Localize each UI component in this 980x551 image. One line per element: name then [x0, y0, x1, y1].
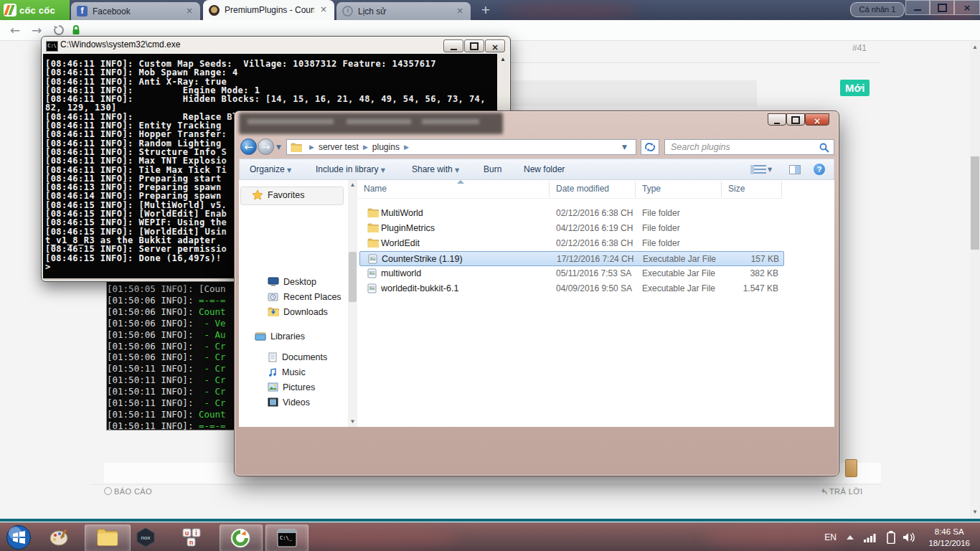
column-header-date[interactable]: Date modified [556, 184, 609, 194]
file-row-counterstrike-selected[interactable]: CounterStrike (1.19)17/12/2016 7:24 CHEx… [359, 251, 784, 266]
tab-close-icon[interactable]: × [455, 6, 465, 17]
tray-time: 8:46 SA [928, 526, 970, 537]
sidebar-item-homegroup[interactable]: Homegroup [255, 425, 316, 427]
explorer-close-button[interactable]: × [805, 113, 829, 126]
jar-file-icon [368, 254, 377, 264]
language-indicator[interactable]: EN [824, 532, 837, 542]
wallpaper-smudge [502, 3, 639, 19]
libraries-icon [255, 331, 266, 341]
taskbar-paint-icon[interactable] [49, 527, 70, 550]
report-link[interactable]: BÁO CÁO [104, 487, 152, 496]
breadcrumb-bar[interactable]: ▶ server test ▶ plugins ▶ [286, 139, 636, 155]
facebook-favicon: f [77, 6, 88, 17]
sidebar-item-desktop[interactable]: Desktop [268, 274, 316, 289]
cmd-icon: C:\ [46, 41, 58, 52]
post-number[interactable]: #41 [852, 43, 867, 53]
sidebar-item-downloads[interactable]: Downloads [268, 304, 328, 319]
scroll-down-icon[interactable]: ▼ [348, 418, 357, 425]
organize-button[interactable]: Organize ▼ [250, 164, 291, 174]
search-placeholder: Search plugins [671, 142, 730, 152]
explorer-maximize-button[interactable] [786, 113, 805, 126]
taskbar-cmd-button[interactable]: C:\_ [265, 524, 308, 551]
file-row-multiworld-folder[interactable]: MultiWorld02/12/2016 6:38 CHFile folder [359, 206, 784, 221]
address-dropdown-icon[interactable]: ▼ [622, 143, 627, 151]
network-icon[interactable] [864, 532, 877, 542]
sidebar-item-documents[interactable]: Documents [268, 349, 327, 364]
pictures-icon [268, 382, 278, 392]
brand-label: cốc cốc [19, 5, 55, 16]
tab-close-icon[interactable]: × [184, 6, 194, 17]
reply-link[interactable]: TRẢ LỜI [820, 487, 862, 496]
new-tab-button[interactable]: + [476, 4, 495, 17]
refresh-button[interactable] [641, 139, 659, 155]
svg-text:u: u [185, 529, 189, 537]
explorer-forward-button[interactable]: → [258, 138, 274, 155]
back-icon[interactable]: ← [10, 23, 20, 37]
sidebar-item-videos[interactable]: Videos [268, 395, 310, 410]
tab-facebook[interactable]: f Facebook × [71, 2, 200, 20]
burn-button[interactable]: Burn [484, 164, 501, 174]
profile-button[interactable]: Cá nhân 1 [850, 2, 905, 17]
titlebar-glass-reflection [239, 113, 503, 134]
scroll-up-icon[interactable]: ▲ [497, 56, 509, 62]
help-icon[interactable]: ? [814, 164, 825, 175]
folder-icon [367, 208, 379, 217]
tab-premiumplugins[interactable]: PremiumPlugins - Counter × [203, 0, 334, 20]
scroll-up-icon[interactable]: ▲ [970, 44, 980, 50]
change-view-icon[interactable] [750, 165, 766, 174]
sidebar-item-libraries[interactable]: Libraries [255, 329, 305, 344]
sidebar-item-pictures[interactable]: Pictures [268, 380, 315, 395]
taskbar-coccoc-button[interactable] [220, 524, 263, 551]
file-row-worldedit-folder[interactable]: WorldEdit02/12/2016 6:38 CHFile folder [359, 236, 784, 251]
history-dropdown-icon[interactable]: ▼ [276, 143, 281, 151]
desktop-icon [268, 277, 279, 286]
new-folder-button[interactable]: New folder [524, 164, 565, 174]
star-icon [252, 189, 263, 200]
start-button[interactable] [6, 524, 32, 551]
preview-pane-icon[interactable] [789, 165, 801, 174]
search-input[interactable]: Search plugins [664, 139, 834, 155]
sidebar-item-music[interactable]: Music [268, 364, 306, 380]
volume-icon[interactable] [903, 532, 915, 543]
breadcrumb-server-test[interactable]: server test [319, 142, 359, 152]
clock[interactable]: 8:46 SA 18/12/2016 [928, 526, 970, 549]
explorer-back-button[interactable]: ← [240, 138, 257, 155]
sidebar-scroll-thumb[interactable] [349, 252, 357, 302]
tab-history[interactable]: Lịch sử × [336, 2, 471, 20]
scroll-down-icon[interactable]: ▼ [970, 509, 980, 515]
browser-minimize-button[interactable] [905, 0, 930, 15]
cmd-maximize-button[interactable] [464, 39, 484, 52]
sidebar-item-recent-places[interactable]: Recent Places [268, 289, 341, 304]
taskbar-nox-icon[interactable]: nox [135, 527, 156, 550]
page-scrollbar[interactable]: ▲ ▼ [970, 41, 980, 519]
explorer-window[interactable]: × ← → ▼ ▶ server test ▶ plugins ▶ ▼ Sear… [234, 110, 839, 476]
folder-icon [291, 143, 302, 152]
share-with-button[interactable]: Share with ▼ [412, 164, 459, 174]
view-dropdown-icon[interactable]: ▼ [768, 166, 772, 173]
cmd-close-button[interactable]: × [485, 39, 505, 52]
taskbar-explorer-button[interactable] [85, 524, 131, 551]
jar-file-icon [367, 268, 377, 278]
taskbar-unikey-icon[interactable]: uin [181, 527, 202, 550]
cmd-minimize-button[interactable] [443, 39, 463, 52]
tray-expand-icon[interactable] [847, 535, 854, 540]
battery-icon[interactable] [887, 531, 895, 544]
sidebar-scrollbar[interactable]: ▲ ▼ [348, 180, 357, 427]
file-row-pluginmetrics-folder[interactable]: PluginMetrics04/12/2016 6:19 CHFile fold… [359, 221, 784, 236]
browser-close-button[interactable]: × [954, 0, 980, 15]
browser-restore-button[interactable] [930, 0, 954, 15]
column-header-type[interactable]: Type [642, 184, 661, 194]
file-row-multiworld-jar[interactable]: multiworld05/11/2016 7:53 SAExecutable J… [359, 266, 784, 281]
scroll-up-icon[interactable]: ▲ [348, 182, 357, 188]
column-header-name[interactable]: Name [364, 184, 387, 194]
coccoc-menu-button[interactable]: cốc cốc [0, 0, 70, 20]
column-header-size[interactable]: Size [728, 184, 745, 194]
page-scroll-thumb[interactable] [971, 156, 979, 250]
breadcrumb-plugins[interactable]: plugins [372, 142, 400, 152]
explorer-minimize-button[interactable] [768, 113, 786, 126]
file-row-worldedit-jar[interactable]: worldedit-bukkit-6.104/09/2016 9:50 SAEx… [359, 281, 784, 296]
tab-close-icon[interactable]: × [319, 5, 329, 15]
include-in-library-button[interactable]: Include in library ▼ [316, 164, 385, 174]
forward-icon[interactable]: → [32, 23, 42, 37]
sidebar-item-favorites[interactable]: Favorites [252, 187, 304, 202]
